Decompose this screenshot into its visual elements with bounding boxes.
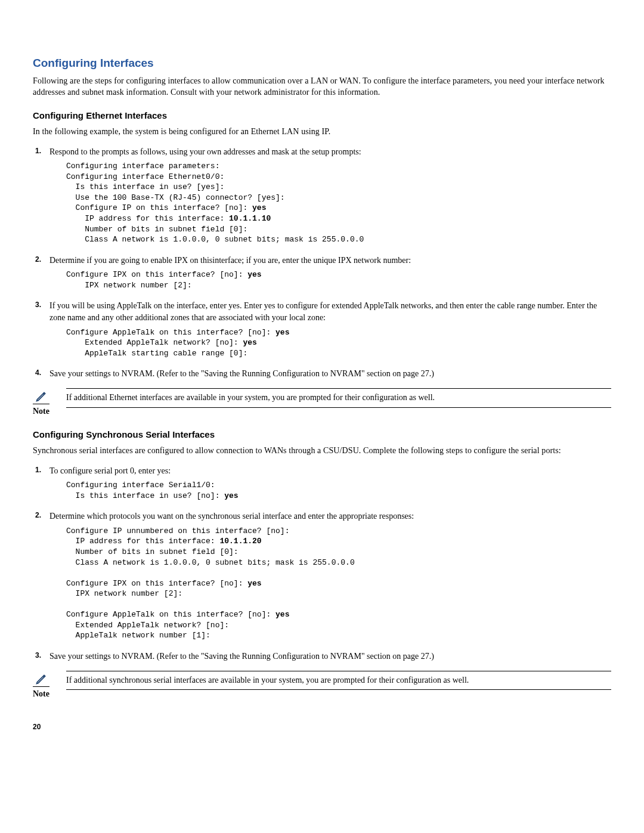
pencil-icon (33, 389, 66, 404)
list-item: 1. Respond to the prompts as follows, us… (33, 146, 611, 245)
step-number: 2. (35, 510, 41, 521)
section-heading: Configuring Interfaces (33, 57, 611, 70)
list-item: 3. Save your settings to NVRAM. (Refer t… (33, 651, 611, 662)
ethernet-steps: 1. Respond to the prompts as follows, us… (33, 146, 611, 380)
note-label: Note (33, 689, 66, 699)
note-left: Note (33, 388, 66, 416)
step-number: 3. (35, 651, 41, 661)
serial-steps: 1. To configure serial port 0, enter yes… (33, 465, 611, 662)
note-block: Note If additional synchronous serial in… (33, 671, 611, 699)
list-item: 4. Save your settings to NVRAM. (Refer t… (33, 368, 611, 380)
note-left: Note (33, 671, 66, 699)
list-item: 1. To configure serial port 0, enter yes… (33, 465, 611, 501)
note-label: Note (33, 407, 66, 416)
list-item: 2. Determine which protocols you want on… (33, 510, 611, 641)
code-block: Configure AppleTalk on this interface? [… (66, 327, 611, 359)
step-number: 2. (35, 255, 41, 265)
list-item: 3. If you will be using AppleTalk on the… (33, 300, 611, 358)
ethernet-intro: In the following example, the system is … (33, 126, 611, 138)
pencil-icon (33, 672, 66, 687)
step-number: 1. (35, 465, 41, 475)
step-text: Determine if you are going to enable IPX… (49, 256, 411, 265)
subsection-heading-serial: Configuring Synchronous Serial Interface… (33, 429, 611, 439)
document-page: Configuring Interfaces Following are the… (0, 0, 644, 761)
note-text: If additional Ethernet interfaces are av… (66, 388, 611, 408)
step-number: 1. (35, 146, 41, 156)
step-text: If you will be using AppleTalk on the in… (49, 301, 597, 322)
code-block: Configuring interface Serial1/0: Is this… (66, 480, 611, 501)
list-item: 2. Determine if you are going to enable … (33, 255, 611, 291)
step-number: 3. (35, 300, 41, 310)
step-text: Save your settings to NVRAM. (Refer to t… (49, 369, 434, 378)
intro-paragraph: Following are the steps for configuring … (33, 76, 611, 98)
subsection-heading-ethernet: Configuring Ethernet Interfaces (33, 110, 611, 120)
step-text: Determine which protocols you want on th… (49, 512, 414, 521)
step-text: Respond to the prompts as follows, using… (49, 147, 361, 156)
code-block: Configure IP unnumbered on this interfac… (66, 526, 611, 641)
serial-intro: Synchronous serial interfaces are config… (33, 445, 611, 457)
code-block: Configure IPX on this interface? [no]: y… (66, 270, 611, 290)
step-text: Save your settings to NVRAM. (Refer to t… (49, 652, 434, 661)
page-number: 20 (33, 723, 611, 731)
note-text: If additional synchronous serial interfa… (66, 671, 611, 690)
step-text: To configure serial port 0, enter yes: (49, 466, 171, 475)
step-number: 4. (35, 368, 41, 378)
note-block: Note If additional Ethernet interfaces a… (33, 388, 611, 416)
code-block: Configuring interface parameters: Config… (66, 161, 611, 244)
